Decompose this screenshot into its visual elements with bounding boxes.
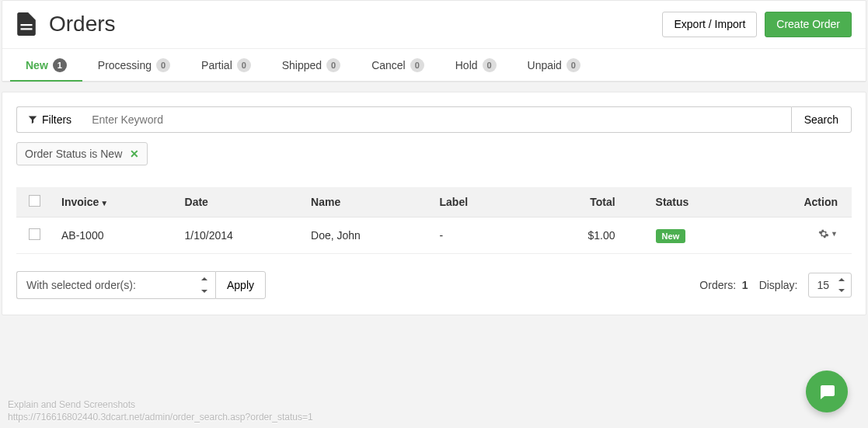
tab-partial[interactable]: Partial 0 [186,49,267,82]
tab-processing[interactable]: Processing 0 [82,49,186,82]
tab-label: Partial [201,59,232,71]
cell-date: 1/10/2014 [176,217,302,253]
status-line-1: Explain and Send Screenshots [8,398,313,411]
chat-icon [817,382,836,401]
tab-count: 0 [566,58,580,72]
table-header-row: Invoice▼ Date Name Label Total Status Ac… [16,187,852,217]
caret-down-icon: ▼ [831,230,838,238]
col-action: Action [744,187,852,217]
table-footer: With selected order(s): Apply Orders: 1 … [16,271,852,299]
active-filter-chip: Order Status is New ✕ [16,142,148,165]
table-row: AB-1000 1/10/2014 Doe, John - $1.00 New … [16,217,852,253]
display-label: Display: [759,279,798,291]
gear-icon [818,228,829,239]
col-date[interactable]: Date [176,187,302,217]
content-card: Filters Search Order Status is New ✕ Inv… [2,92,866,315]
cell-invoice: AB-1000 [52,217,176,253]
filter-icon [28,115,37,124]
tab-count: 0 [410,58,424,72]
col-name[interactable]: Name [302,187,430,217]
tab-unpaid[interactable]: Unpaid 0 [512,49,596,82]
row-actions-menu[interactable]: ▼ [818,228,838,239]
col-label[interactable]: Label [431,187,519,217]
filters-button[interactable]: Filters [16,106,82,133]
apply-button[interactable]: Apply [215,271,266,299]
search-row: Filters Search [16,106,852,133]
tab-cancel[interactable]: Cancel 0 [356,49,440,82]
remove-filter-icon[interactable]: ✕ [130,148,139,160]
tab-count: 0 [156,58,170,72]
export-import-button[interactable]: Export / Import [662,12,757,37]
orders-count-label: Orders: 1 [699,279,748,291]
tab-count: 0 [237,58,251,72]
page-title: Orders [49,12,116,37]
col-invoice[interactable]: Invoice▼ [52,187,176,217]
tab-count: 1 [53,58,67,72]
status-line-2: https://716616802440.3dcart.net/admin/or… [8,411,313,423]
tab-label: Processing [98,59,152,71]
status-bar: Explain and Send Screenshots https://716… [8,398,313,423]
cell-label: - [431,217,519,253]
chat-fab[interactable] [806,371,848,412]
filter-chip-text: Order Status is New [25,148,122,160]
tab-label: Cancel [371,59,406,71]
search-input[interactable] [82,106,791,133]
orders-table: Invoice▼ Date Name Label Total Status Ac… [16,187,852,254]
filters-label: Filters [42,113,71,126]
tab-count: 0 [326,58,340,72]
status-badge: New [656,229,686,243]
cell-total: $1.00 [519,217,647,253]
select-all-checkbox[interactable] [29,195,40,207]
search-button[interactable]: Search [791,106,852,133]
document-icon [16,12,37,36]
row-checkbox[interactable] [29,228,40,240]
tab-label: New [26,59,48,71]
page-header: Orders Export / Import Create Order [2,1,866,49]
tab-count: 0 [483,58,497,72]
col-total[interactable]: Total [519,187,647,217]
create-order-button[interactable]: Create Order [765,12,852,37]
bulk-action-select[interactable]: With selected order(s): [16,271,215,299]
tab-label: Unpaid [528,59,562,71]
tab-label: Shipped [282,59,322,71]
tab-hold[interactable]: Hold 0 [440,49,512,82]
display-count-select[interactable]: 15 [808,273,852,298]
sort-desc-icon: ▼ [100,199,108,207]
cell-name: Doe, John [302,217,430,253]
col-status[interactable]: Status [647,187,744,217]
tab-label: Hold [455,59,478,71]
tab-new[interactable]: New 1 [10,49,82,82]
tab-shipped[interactable]: Shipped 0 [267,49,356,82]
status-tabs: New 1 Processing 0 Partial 0 Shipped 0 C… [2,49,866,82]
